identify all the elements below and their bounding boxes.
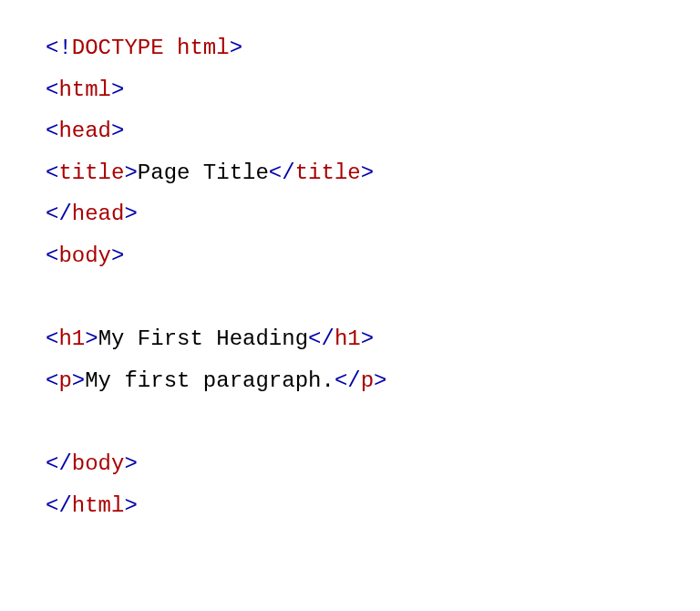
code-line: <p>My first paragraph.</p> (46, 368, 387, 393)
h1-text: My First Heading (98, 326, 308, 351)
tag-head: head (58, 119, 111, 143)
angle-bracket: < (46, 161, 58, 185)
angle-bracket: < (46, 78, 58, 102)
angle-bracket: < (46, 368, 58, 393)
p-text: My first paragraph. (85, 368, 335, 393)
angle-bracket: > (230, 36, 242, 60)
angle-bracket: < (46, 119, 58, 143)
tag-html-close: html (72, 493, 125, 518)
angle-bracket: </ (308, 326, 335, 351)
code-line: <head> (46, 119, 124, 143)
code-line: <!DOCTYPE html> (46, 36, 242, 60)
tag-h1-close: h1 (335, 326, 361, 351)
code-line: </head> (46, 202, 138, 226)
angle-bracket: <! (46, 36, 72, 60)
angle-bracket: </ (335, 368, 361, 393)
doctype-value: html (177, 36, 230, 60)
angle-bracket: </ (46, 202, 72, 226)
angle-bracket: > (124, 202, 137, 226)
title-text: Page Title (138, 161, 269, 185)
angle-bracket: </ (46, 493, 72, 518)
angle-bracket: > (111, 119, 124, 143)
angle-bracket: </ (269, 161, 295, 185)
angle-bracket: > (124, 451, 137, 476)
doctype-keyword: DOCTYPE (72, 36, 164, 60)
code-line: <h1>My First Heading</h1> (46, 326, 374, 351)
angle-bracket: > (124, 161, 137, 185)
angle-bracket: < (46, 243, 58, 268)
tag-body-close: body (72, 451, 125, 476)
angle-bracket: > (72, 368, 85, 393)
angle-bracket: > (111, 243, 124, 268)
angle-bracket: </ (46, 451, 72, 476)
blank-line (46, 409, 58, 434)
code-line: </html> (46, 493, 138, 518)
space (164, 36, 177, 60)
tag-head-close: head (72, 202, 125, 226)
angle-bracket: < (46, 326, 58, 351)
angle-bracket: > (85, 326, 98, 351)
code-line: </body> (46, 451, 138, 476)
blank-line (46, 285, 58, 310)
angle-bracket: > (111, 78, 124, 102)
tag-html: html (58, 78, 111, 102)
code-line: <title>Page Title</title> (46, 161, 374, 185)
angle-bracket: > (374, 368, 386, 393)
tag-p-close: p (361, 368, 374, 393)
angle-bracket: > (361, 161, 374, 185)
tag-body: body (58, 243, 111, 268)
angle-bracket: > (361, 326, 374, 351)
code-line: <body> (46, 243, 124, 268)
tag-title-close: title (295, 161, 361, 185)
angle-bracket: > (124, 493, 137, 518)
tag-h1: h1 (58, 326, 85, 351)
tag-p: p (58, 368, 71, 393)
tag-title: title (58, 161, 124, 185)
html-code-snippet: <!DOCTYPE html> <html> <head> <title>Pag… (46, 27, 654, 526)
code-line: <html> (46, 78, 124, 102)
